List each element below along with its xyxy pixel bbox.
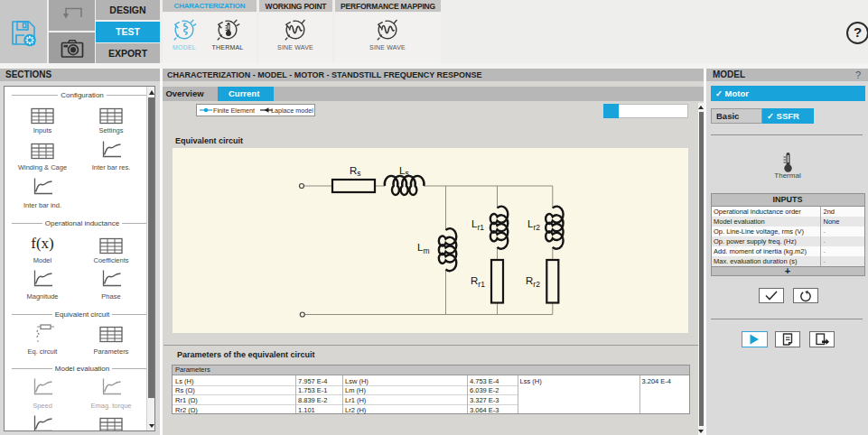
svg-text:Lm: Lm [417, 242, 430, 255]
svg-text:Lr2: Lr2 [527, 218, 540, 232]
svg-text:Lr1: Lr1 [471, 218, 484, 232]
svg-text:Rr1: Rr1 [471, 275, 485, 289]
svg-text:Rs: Rs [350, 165, 361, 179]
svg-text:Rr2: Rr2 [526, 275, 540, 289]
